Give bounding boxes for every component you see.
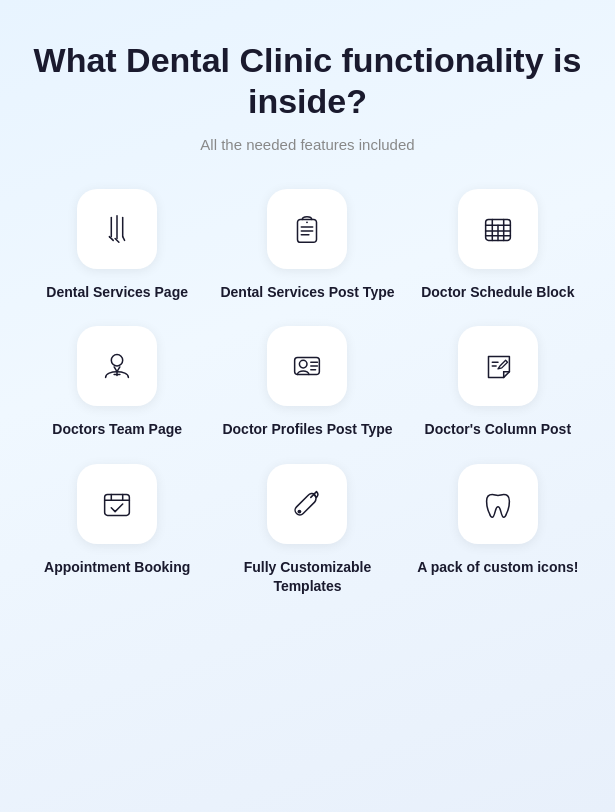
tooth-icon [479, 485, 517, 523]
card-label-doctor-schedule-block: Doctor Schedule Block [421, 283, 574, 303]
icon-box-doctor-avatar [77, 326, 157, 406]
card-doctor-schedule-block: Doctor Schedule Block [411, 189, 585, 303]
page-container: What Dental Clinic functionality is insi… [30, 40, 585, 597]
card-label-customizable-templates: Fully Customizable Templates [220, 558, 394, 597]
icon-box-calendar-grid [458, 189, 538, 269]
edit-document-icon [479, 347, 517, 385]
card-doctors-team-page: Doctors Team Page [30, 326, 204, 440]
icon-box-tooth [458, 464, 538, 544]
icon-box-clipboard-form [267, 189, 347, 269]
icon-box-dental-tools [77, 189, 157, 269]
card-label-doctor-profiles-post-type: Doctor Profiles Post Type [222, 420, 392, 440]
clipboard-form-icon [288, 210, 326, 248]
calendar-grid-icon [479, 210, 517, 248]
svg-line-4 [123, 236, 125, 240]
svg-point-20 [111, 355, 122, 366]
wrench-icon [288, 485, 326, 523]
card-label-doctors-team-page: Doctors Team Page [52, 420, 182, 440]
page-subtitle: All the needed features included [200, 136, 414, 153]
icon-box-calendar-check [77, 464, 157, 544]
calendar-check-icon [98, 485, 136, 523]
card-custom-icons: A pack of custom icons! [411, 464, 585, 597]
card-label-dental-services-post-type: Dental Services Post Type [220, 283, 394, 303]
features-grid: Dental Services Page Dental Services Pos… [30, 189, 585, 597]
icon-box-id-card [267, 326, 347, 406]
card-label-custom-icons: A pack of custom icons! [417, 558, 578, 578]
svg-rect-32 [105, 494, 130, 515]
svg-point-24 [300, 360, 308, 368]
id-card-icon [288, 347, 326, 385]
card-doctor-profiles-post-type: Doctor Profiles Post Type [220, 326, 394, 440]
card-doctors-column-post: Doctor's Column Post [411, 326, 585, 440]
card-dental-services-page: Dental Services Page [30, 189, 204, 303]
page-title: What Dental Clinic functionality is insi… [30, 40, 585, 122]
card-label-doctors-column-post: Doctor's Column Post [425, 420, 571, 440]
dental-tools-icon [98, 210, 136, 248]
svg-point-36 [298, 509, 302, 513]
doctor-avatar-icon [98, 347, 136, 385]
svg-point-10 [307, 221, 309, 223]
icon-box-wrench [267, 464, 347, 544]
icon-box-edit-document [458, 326, 538, 406]
card-appointment-booking: Appointment Booking [30, 464, 204, 597]
card-customizable-templates: Fully Customizable Templates [220, 464, 394, 597]
card-label-dental-services-page: Dental Services Page [46, 283, 188, 303]
card-label-appointment-booking: Appointment Booking [44, 558, 190, 578]
card-dental-services-post-type: Dental Services Post Type [220, 189, 394, 303]
